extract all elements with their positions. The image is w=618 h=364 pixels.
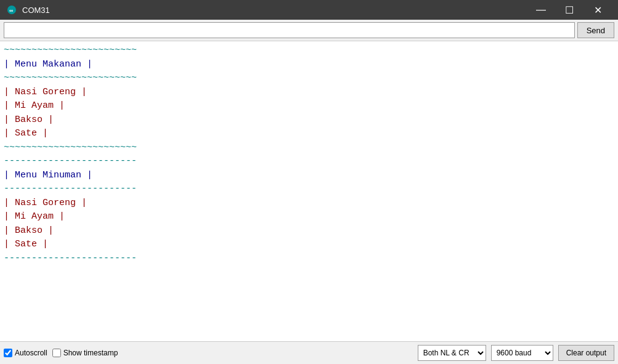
output-line: ------------------------ <box>4 155 614 169</box>
output-line: | Sate | <box>4 127 614 141</box>
svg-text:∞: ∞ <box>9 7 14 14</box>
output-line: | Bakso | <box>4 113 614 127</box>
output-line: | Bakso | <box>4 224 614 238</box>
output-line: | Menu Minuman | <box>4 169 614 183</box>
timestamp-text: Show timestamp <box>63 349 118 357</box>
output-line: ~~~~~~~~~~~~~~~~~~~~~~~~ <box>4 141 614 155</box>
arduino-icon: ∞ <box>6 4 17 15</box>
minimize-button[interactable]: — <box>527 0 555 20</box>
send-button[interactable]: Send <box>577 22 614 38</box>
autoscroll-label[interactable]: Autoscroll <box>4 349 47 357</box>
status-bar: Autoscroll Show timestamp No line ending… <box>0 341 618 363</box>
line-ending-dropdown[interactable]: No line endingNewlineCarriage returnBoth… <box>418 345 486 361</box>
serial-output[interactable]: ~~~~~~~~~~~~~~~~~~~~~~~~| Menu Makanan |… <box>0 41 618 341</box>
timestamp-label[interactable]: Show timestamp <box>52 349 118 357</box>
autoscroll-checkbox[interactable] <box>4 349 12 357</box>
output-line: | Nasi Goreng | <box>4 196 614 211</box>
output-line: | Sate | <box>4 238 614 252</box>
window-title: COM31 <box>22 6 527 15</box>
output-line: | Mi Ayam | <box>4 210 614 224</box>
close-button[interactable]: ✕ <box>583 0 612 20</box>
serial-input[interactable] <box>4 22 575 38</box>
window-controls: — ☐ ✕ <box>527 0 612 20</box>
output-line: ------------------------ <box>4 252 614 266</box>
clear-output-button[interactable]: Clear output <box>558 345 614 361</box>
output-line: ~~~~~~~~~~~~~~~~~~~~~~~~ <box>4 44 614 58</box>
output-line: ~~~~~~~~~~~~~~~~~~~~~~~~ <box>4 71 614 86</box>
output-line: ------------------------ <box>4 182 614 196</box>
timestamp-checkbox[interactable] <box>52 349 61 357</box>
output-line: | Mi Ayam | <box>4 99 614 113</box>
output-line: | Menu Makanan | <box>4 58 614 72</box>
baud-rate-dropdown[interactable]: 300 baud1200 baud2400 baud4800 baud9600 … <box>491 345 553 361</box>
title-bar: ∞ COM31 — ☐ ✕ <box>0 0 618 20</box>
output-line: | Nasi Goreng | <box>4 86 614 100</box>
maximize-button[interactable]: ☐ <box>555 0 583 20</box>
autoscroll-text: Autoscroll <box>15 349 47 357</box>
toolbar: Send <box>0 20 618 41</box>
